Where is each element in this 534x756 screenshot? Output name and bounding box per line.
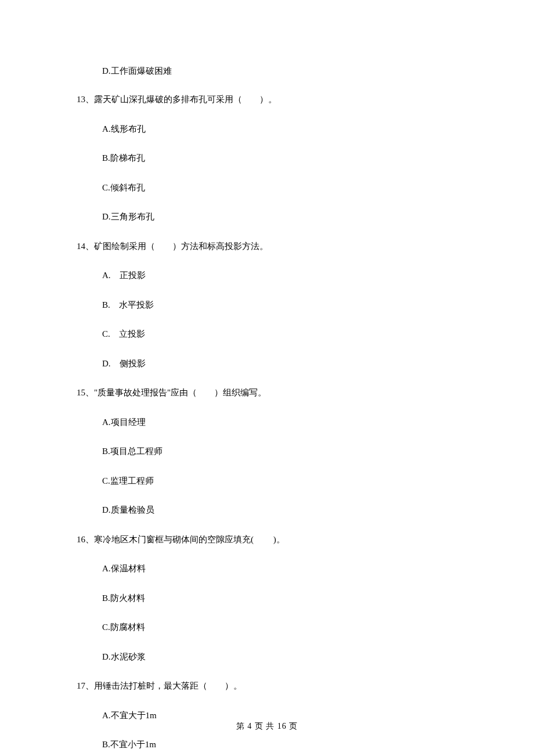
option-text: C.倾斜布孔 [77, 181, 457, 195]
option-text: C.防腐材料 [77, 621, 457, 634]
question-text: 13、露天矿山深孔爆破的多排布孔可采用（ ）。 [77, 93, 457, 106]
option-text: A.项目经理 [77, 416, 457, 429]
option-text: A. 正投影 [77, 269, 457, 282]
question-text: 16、寒冷地区木门窗框与砌体间的空隙应填充( )。 [77, 533, 457, 546]
question-text: 14、矿图绘制采用（ ）方法和标高投影方法。 [77, 240, 457, 253]
option-text: B. 水平投影 [77, 298, 457, 312]
option-text: A.不宜大于1m [77, 709, 457, 722]
option-text: D.三角形布孔 [77, 210, 457, 224]
question-text: 15、"质量事故处理报告"应由（ ）组织编写。 [77, 386, 457, 399]
option-text: B.阶梯布孔 [77, 152, 457, 165]
document-content: D.工作面爆破困难 13、露天矿山深孔爆破的多排布孔可采用（ ）。 A.线形布孔… [0, 0, 534, 756]
option-text: D.质量检验员 [77, 503, 457, 517]
page-footer: 第 4 页 共 16 页 [0, 721, 534, 732]
option-text: D.水泥砂浆 [77, 650, 457, 664]
option-text: C. 立投影 [77, 327, 457, 341]
option-text: A.保温材料 [77, 562, 457, 575]
option-text: B.项目总工程师 [77, 445, 457, 458]
option-text: A.线形布孔 [77, 123, 457, 136]
option-text: C.监理工程师 [77, 474, 457, 488]
question-text: 17、用锤击法打桩时，最大落距（ ）。 [77, 679, 457, 693]
option-text: D. 侧投影 [77, 357, 457, 370]
option-text: D.工作面爆破困难 [77, 66, 457, 77]
option-text: B.防火材料 [77, 592, 457, 605]
option-text: B.不宜小于1m [77, 738, 457, 751]
